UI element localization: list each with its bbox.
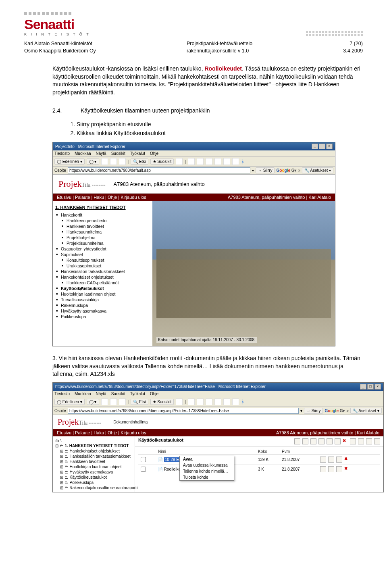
sidebar-item[interactable]: Hankkeen CAD-pelisäännöt — [55, 280, 150, 286]
address-input[interactable] — [68, 167, 250, 173]
forward-button[interactable]: ◯ ▾ — [87, 158, 99, 165]
menu-bar[interactable]: TiedostoMuokkaaNäytäSuosikitTyökalutOhje — [53, 391, 383, 397]
step-2: Klikkaa linkkiä Käyttöoikeustaulukot — [77, 129, 363, 138]
caption-text: Katso uudet tapahtumat ajalta 19.11.2007… — [156, 337, 257, 343]
address-input[interactable] — [68, 408, 299, 414]
print-icon[interactable] — [197, 158, 204, 165]
back-button[interactable]: ◯ Edellinen ▾ — [54, 399, 85, 405]
sidebar-item[interactable]: Huoltokirjan laadinnan ohjeet — [55, 291, 150, 297]
sidebar-item[interactable]: Projektiohjelma — [55, 235, 150, 240]
refresh-icon[interactable] — [110, 158, 117, 165]
messenger-icon[interactable] — [232, 398, 239, 405]
discuss-icon[interactable] — [214, 398, 221, 405]
sidebar-item[interactable]: Sopimukset — [55, 252, 150, 257]
go-button[interactable]: → Siirry — [304, 408, 323, 414]
search-button[interactable]: 🔍 Etsi — [131, 399, 148, 405]
window-controls[interactable]: _□× — [312, 144, 333, 149]
sidebar-heading: 1. HANKKEEN YHTEISET TIEDOT — [55, 205, 150, 210]
context-menu[interactable]: Avaa Avaa uudessa ikkunassa Tallenna koh… — [179, 456, 234, 481]
toolbar[interactable]: ◯ Edellinen ▾ ◯ ▾ | 🔍 Etsi ★ Suosikit | … — [53, 397, 383, 407]
menu-bar[interactable]: TiedostoMuokkaaNäytäSuosikitTyökalutOhje — [53, 150, 335, 157]
favorites-button[interactable]: ★ Suosikit — [150, 158, 174, 165]
bluetooth-icon[interactable]: ᚼ — [241, 398, 244, 405]
history-icon[interactable] — [176, 158, 183, 165]
table-row[interactable]: 📄 10-29 ES-U-E Taaja.xls 139 K 21.8.2007… — [138, 455, 380, 464]
history-icon[interactable] — [176, 398, 183, 405]
toolbar[interactable]: ◯ Edellinen ▾ ◯ ▾ | 🔍 Etsi ★ Suosikit | … — [53, 157, 335, 167]
app-nav-left[interactable]: Etusivu | Palaute | Haku | Ohje | Kirjau… — [57, 430, 146, 435]
mail-icon[interactable] — [188, 398, 195, 405]
favorites-button[interactable]: ★ Suosikit — [150, 399, 174, 405]
print-icon[interactable] — [197, 398, 204, 405]
folder-tree[interactable]: 🗀 \ ⊟ 🗀 1. HANKKEEN YHTEISET TIEDOT ⊞ 🗀 … — [53, 436, 135, 492]
sidebar-item[interactable]: Hankekortit — [55, 212, 150, 218]
research-icon[interactable] — [223, 398, 230, 405]
panel-actions[interactable]: ✖ — [294, 438, 380, 444]
settings-button[interactable]: 🔧 Asetukset ▾ — [350, 408, 382, 414]
messenger-icon[interactable] — [232, 158, 239, 165]
screenshot-2: https://www.buildercom.net/a7983/documen… — [52, 382, 384, 492]
search-button[interactable]: 🔍 Etsi — [131, 158, 148, 165]
sidebar-item[interactable]: Urakkasopimukset — [55, 263, 150, 269]
ctx-print[interactable]: Tulosta kohde — [180, 474, 234, 480]
home-icon[interactable] — [119, 398, 126, 405]
intro-paragraph: Käyttöoikeustaulukot -kansiossa on lisäk… — [52, 65, 363, 96]
doc-meta: Kari Alatalo Senaatti-kiinteistöt Osmo K… — [24, 40, 363, 54]
mail-icon[interactable] — [188, 158, 195, 165]
panel-title: Käyttöoikeustaulukot — [138, 438, 183, 445]
home-icon[interactable] — [119, 158, 126, 165]
sidebar-item[interactable]: Osapuolten yhteystiedot — [55, 246, 150, 252]
edit-icon[interactable] — [206, 158, 212, 165]
window-title: ProjectInfo - Microsoft Internet Explore… — [55, 144, 125, 149]
go-button[interactable]: → Siirry — [256, 167, 275, 173]
app-logo: ProjekTila ▪▪▪▪▪▪▪▪ — [58, 179, 106, 189]
forward-button[interactable]: ◯ ▾ — [87, 399, 99, 405]
brand-logo: Senaatti K I I N T E I S T Ö T — [24, 17, 90, 36]
sidebar-item[interactable]: Turvallisuusasiakirja — [55, 297, 150, 302]
deco-dots — [24, 12, 90, 15]
sidebar-item[interactable]: Poikkeuslupa — [55, 314, 150, 319]
sidebar-item[interactable]: Rakennuslupa — [55, 302, 150, 308]
doc-version: rakennuttajakonsultille v 1.0 — [187, 48, 252, 55]
sidebar: 1. HANKKEEN YHTEISET TIEDOT Hankekortit … — [53, 201, 152, 346]
sidebar-item[interactable]: Hankkeen tavoitteet — [55, 223, 150, 229]
stop-icon[interactable] — [101, 398, 108, 405]
research-icon[interactable] — [223, 158, 230, 165]
heading-number: 2.4. — [52, 107, 69, 115]
sidebar-item[interactable]: Hyväksytty asemakaava — [55, 308, 150, 314]
google-toolbar[interactable]: Google G▾ — [325, 409, 345, 413]
sidebar-item[interactable]: Hankesisällön tarkastuslomakkeet — [55, 269, 150, 274]
sidebar-item[interactable]: Hankesuunnitelma — [55, 229, 150, 235]
ctx-open[interactable]: Avaa — [180, 456, 234, 462]
window-controls[interactable]: _□× — [360, 384, 381, 390]
sidebar-item[interactable]: Hankkeen perustiedot — [55, 218, 150, 223]
sidebar-item-highlight[interactable]: Käyttöoikeustaulukot — [55, 286, 150, 291]
sidebar-item[interactable]: Hankekohtaiset ohjeistukset — [55, 274, 150, 280]
sidebar-item[interactable]: Konsulttisopimukset — [55, 257, 150, 263]
ctx-save-as[interactable]: Tallenna kohde nimellä… — [180, 468, 234, 474]
row-checkbox[interactable] — [141, 467, 146, 472]
app-nav-left[interactable]: Etusivu | Palaute | Haku | Ohje | Kirjau… — [57, 195, 146, 200]
settings-button[interactable]: 🔧 Asetukset ▾ — [302, 167, 333, 173]
app-title: A7983 Ateneum, pääpuhaltimien vaihto — [114, 181, 205, 187]
back-button[interactable]: ◯ Edellinen ▾ — [54, 158, 85, 165]
doc-date: 3.4.2009 — [343, 48, 363, 55]
row-checkbox[interactable] — [141, 457, 146, 462]
table-row[interactable]: 📄 Roolioikeudet.xls 3 K 21.8.2007 ✖ — [138, 464, 380, 474]
discuss-icon[interactable] — [214, 158, 221, 165]
bluetooth-icon[interactable]: ᚼ — [241, 158, 244, 165]
edit-icon[interactable] — [206, 398, 212, 405]
address-label: Osoite — [54, 409, 66, 413]
refresh-icon[interactable] — [110, 398, 117, 405]
doc-title: Projektipankki-tehtäväluettelo — [187, 40, 252, 48]
google-toolbar[interactable]: Google G▾ — [276, 168, 296, 173]
sidebar-item[interactable]: Projektisuunnitelma — [55, 240, 150, 246]
author-2: Osmo Knaappila Buildercom Oy — [24, 48, 96, 55]
window-title: https://www.buildercom.net/a7983/documen… — [55, 384, 266, 389]
app-logo: ProjekTila ▪▪▪▪▪▪▪▪ — [58, 417, 101, 427]
app-nav-right: A7983 Ateneum, pääpuhaltimien vaihto | K… — [276, 430, 379, 435]
step-1: Siirry projektipankin etusivulle — [77, 121, 363, 129]
step-3: 3. Vie hiiri kansiossa olevan Hankehenki… — [52, 354, 363, 378]
ctx-open-new[interactable]: Avaa uudessa ikkunassa — [180, 462, 234, 468]
stop-icon[interactable] — [101, 158, 108, 165]
